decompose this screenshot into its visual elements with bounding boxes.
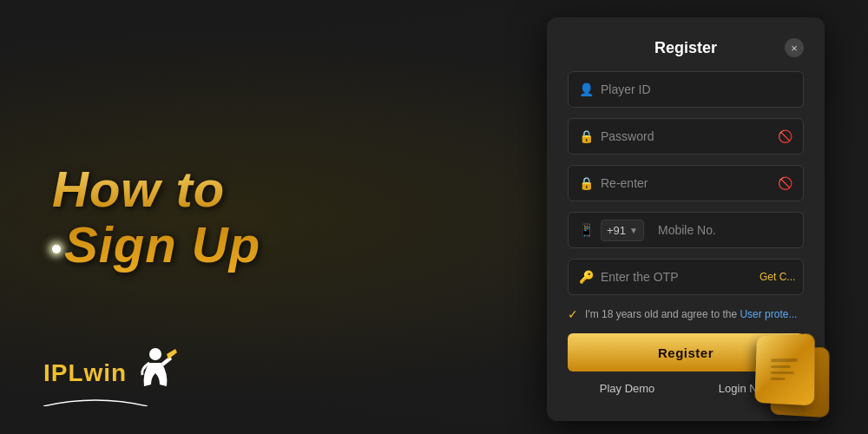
player-id-field[interactable]: 👤 <box>568 71 804 108</box>
checkmark-icon[interactable]: ✓ <box>568 307 578 321</box>
card-3d-decoration <box>753 334 840 421</box>
modal-title: Register <box>587 39 785 57</box>
logo-win: win <box>84 359 128 386</box>
age-agreement-text: I'm 18 years old and agree to the User p… <box>585 308 797 320</box>
otp-field[interactable]: 🔑 Get C... <box>568 259 804 295</box>
eye-icon-reenter[interactable]: 🚫 <box>778 176 792 190</box>
age-agreement-row: ✓ I'm 18 years old and agree to the User… <box>568 306 804 323</box>
otp-input[interactable] <box>601 270 753 284</box>
password-input[interactable] <box>601 129 771 143</box>
logo-ipl: IPL <box>43 359 84 386</box>
close-button[interactable]: × <box>785 38 804 57</box>
user-icon: 👤 <box>579 82 594 96</box>
player-id-input[interactable] <box>601 82 792 96</box>
reenter-password-input[interactable] <box>601 176 771 190</box>
phone-prefix[interactable]: +91 ▼ <box>601 220 644 241</box>
chevron-down-icon: ▼ <box>629 226 638 235</box>
password-field[interactable]: 🔒 🚫 <box>568 118 804 155</box>
logo-arc <box>43 394 148 406</box>
heading-line2: Sign Up <box>64 216 260 273</box>
mobile-input[interactable] <box>658 223 810 237</box>
lock-icon: 🔒 <box>579 129 594 143</box>
svg-rect-3 <box>771 372 794 374</box>
get-otp-button[interactable]: Get C... <box>760 271 795 283</box>
user-protection-link[interactable]: User prote... <box>740 308 797 320</box>
heading-how-to-signup: How to Sign Up <box>52 161 417 273</box>
phone-field[interactable]: 📱 +91 ▼ <box>568 212 804 248</box>
eye-icon-password[interactable]: 🚫 <box>778 129 792 143</box>
logo-area: IPLwin <box>43 347 177 399</box>
cricket-player-icon <box>134 347 177 399</box>
card-front <box>754 333 814 406</box>
modal-header: Register × <box>568 38 804 57</box>
lock-icon-reenter: 🔒 <box>579 176 594 190</box>
svg-rect-2 <box>771 365 791 368</box>
svg-rect-4 <box>770 378 785 380</box>
key-icon: 🔑 <box>579 270 594 284</box>
country-code: +91 <box>607 224 626 237</box>
card-lines-icon <box>767 352 802 387</box>
phone-icon: 📱 <box>579 223 594 237</box>
logo-text: IPLwin <box>43 359 127 387</box>
reenter-password-field[interactable]: 🔒 🚫 <box>568 165 804 201</box>
play-demo-button[interactable]: Play Demo <box>600 382 655 395</box>
heading-line1: How to <box>52 161 225 217</box>
svg-point-0 <box>149 348 161 360</box>
glow-dot <box>52 245 61 253</box>
svg-rect-1 <box>771 358 798 362</box>
